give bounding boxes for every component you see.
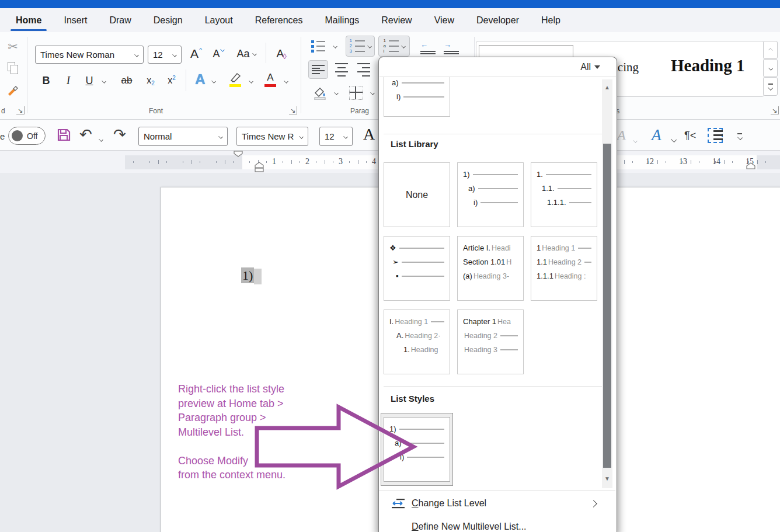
list-library-item-1[interactable]: 1)a)i) — [457, 162, 524, 227]
list-library-item-6[interactable]: I.Heading 1A.Heading 2·1.Heading — [384, 310, 450, 374]
undo-dropdown[interactable] — [99, 133, 103, 144]
list-library-item-0[interactable]: None — [384, 162, 450, 227]
superscript-button[interactable]: x2 — [163, 72, 180, 89]
change-case-button[interactable]: Aa — [234, 45, 259, 62]
tab-home[interactable]: Home — [5, 8, 53, 32]
shading-button[interactable] — [309, 84, 330, 102]
quick-size-combo[interactable]: 12 — [319, 127, 353, 146]
decrease-indent-button[interactable]: ← — [418, 39, 438, 54]
letter-a-button[interactable]: A — [363, 125, 375, 144]
subscript-sub: 2 — [151, 80, 155, 86]
list-library-item-5[interactable]: 1Heading 11.1Heading 21.1.1Heading : — [531, 236, 597, 301]
styles-more-button[interactable] — [763, 77, 778, 96]
font-color-icon: A — [264, 72, 276, 87]
styles-dialog-launcher[interactable]: ↘ — [771, 106, 779, 114]
change-list-level-icon — [391, 498, 406, 509]
bullets-button[interactable] — [308, 38, 328, 54]
shading-dropdown[interactable] — [332, 88, 341, 98]
highlight-dropdown[interactable] — [246, 77, 256, 86]
underline-dropdown[interactable] — [99, 77, 109, 86]
text-effects-button[interactable]: A — [191, 69, 209, 89]
panel-scrollbar[interactable]: ▲ ▼ — [602, 79, 612, 488]
list-library-item-4[interactable]: Article I.HeadiSection 1.01H(a)Heading 3… — [457, 236, 524, 301]
scroll-down-arrow[interactable]: ▼ — [603, 475, 611, 482]
styles-scroll-up-button[interactable] — [763, 41, 778, 59]
list-filter-dropdown[interactable]: All — [580, 62, 600, 72]
align-left-button[interactable] — [308, 60, 328, 79]
style-set-a-dropdown[interactable] — [671, 134, 676, 144]
style-combo[interactable]: Normal — [138, 127, 228, 146]
shrink-font-button[interactable]: A — [209, 45, 228, 62]
increase-indent-button[interactable]: → — [441, 39, 461, 54]
tab-references[interactable]: References — [244, 8, 314, 32]
save-button[interactable] — [56, 127, 71, 145]
chevron-down-icon — [220, 47, 225, 52]
list-library-item-7[interactable]: Chapter 1HeaHeading 2Heading 3 — [457, 310, 524, 374]
clear-formatting-button[interactable]: A◊ — [271, 45, 291, 62]
tab-developer[interactable]: Developer — [465, 8, 530, 32]
filter-label: All — [580, 62, 591, 72]
text-effects-glyph: A — [195, 71, 205, 88]
grow-font-button[interactable]: A^ — [187, 45, 206, 62]
tab-help[interactable]: Help — [530, 8, 572, 32]
paragraph-direction-button[interactable]: ¶< — [684, 130, 696, 142]
borders-button[interactable] — [346, 84, 367, 102]
tab-view[interactable]: View — [423, 8, 465, 32]
clipboard-dialog-launcher[interactable]: ↘ — [16, 106, 25, 114]
define-new-multilevel-list-item[interactable]: Define New Multilevel List... — [379, 516, 607, 532]
copy-button[interactable] — [5, 60, 21, 75]
format-painter-button[interactable] — [5, 84, 21, 99]
font-color-dropdown[interactable] — [281, 77, 291, 86]
style-set-a-disabled-dropdown[interactable] — [633, 134, 637, 145]
style-set-a-disabled-button[interactable]: A — [617, 127, 626, 143]
more-options-button[interactable] — [737, 131, 743, 141]
font-dialog-launcher[interactable]: ↘ — [289, 106, 297, 114]
multilevel-list-button[interactable]: 1ai — [378, 36, 410, 57]
selected-list-number[interactable]: 1) — [241, 268, 262, 284]
paragraph-group-label: Parag — [350, 107, 369, 115]
chevron-down-icon — [102, 79, 106, 84]
subscript-button[interactable]: x2 — [142, 72, 159, 89]
numbering-button[interactable]: 123 — [346, 36, 375, 57]
tab-design[interactable]: Design — [142, 8, 194, 32]
undo-button[interactable]: ↶ — [79, 126, 92, 144]
tab-draw[interactable]: Draw — [98, 8, 142, 32]
tab-review[interactable]: Review — [370, 8, 423, 32]
list-library-item-2[interactable]: 1.1.1.1.1.1. — [531, 162, 597, 227]
align-center-button[interactable] — [332, 60, 351, 79]
underline-button[interactable]: U — [82, 72, 97, 89]
list-library-item-3[interactable]: ❖➢▪ — [384, 236, 450, 301]
cut-button[interactable]: ✂ — [5, 39, 21, 54]
tab-insert[interactable]: Insert — [53, 8, 98, 32]
tab-mailings[interactable]: Mailings — [314, 8, 371, 32]
scrollbar-thumb[interactable] — [603, 144, 611, 468]
first-line-indent-marker[interactable] — [234, 151, 243, 157]
tab-layout[interactable]: Layout — [194, 8, 244, 32]
font-name-combo[interactable]: Times New Roman — [35, 46, 144, 64]
divider — [384, 134, 605, 134]
style-set-a-button[interactable]: A — [652, 126, 661, 144]
toggle-off-switch[interactable]: Off — [8, 127, 46, 145]
hanging-indent-marker[interactable] — [255, 162, 264, 172]
chevron-down-icon — [401, 44, 406, 48]
right-indent-marker[interactable] — [746, 162, 755, 169]
italic-button[interactable]: I — [61, 72, 76, 89]
borders-dropdown[interactable] — [368, 88, 377, 98]
align-right-button[interactable] — [354, 60, 374, 79]
strikethrough-button[interactable]: ab — [117, 72, 137, 89]
styles-scroll-down-button[interactable] — [763, 59, 778, 77]
bold-button[interactable]: B — [39, 72, 54, 89]
highlight-button[interactable] — [225, 69, 245, 89]
ruler-number: 1 — [272, 157, 276, 166]
style-item-heading1[interactable]: Heading 1 — [671, 56, 745, 75]
table-properties-button[interactable] — [708, 128, 723, 145]
change-list-level-item[interactable]: Change List Level — [379, 493, 607, 514]
quick-font-combo[interactable]: Times New R — [236, 127, 308, 146]
scroll-up-arrow[interactable]: ▲ — [603, 84, 611, 91]
font-color-button[interactable]: A — [262, 69, 279, 89]
bullets-dropdown[interactable] — [330, 41, 340, 51]
font-size-combo[interactable]: 12 — [148, 46, 182, 64]
current-list-item-partial[interactable]: a)i) — [384, 77, 450, 117]
text-effects-dropdown[interactable] — [209, 77, 218, 86]
redo-button[interactable]: ↷ — [113, 126, 126, 144]
